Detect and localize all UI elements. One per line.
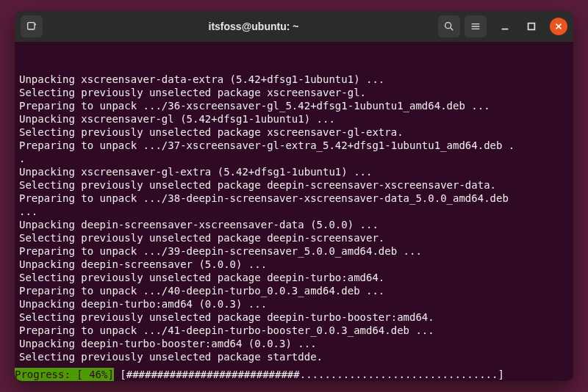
apt-progress-row: Progress: [ 46%] [######################… <box>15 368 573 381</box>
close-icon <box>553 21 564 32</box>
terminal-line: Unpacking deepin-turbo-booster:amd64 (0.… <box>19 337 569 350</box>
window-title: itsfoss@ubuntu: ~ <box>101 21 406 32</box>
terminal-line: Selecting previously unselected package … <box>19 178 569 192</box>
apt-progress-label: Progress: [ 46%] <box>15 368 114 381</box>
search-icon <box>443 21 455 32</box>
maximize-button[interactable] <box>523 18 539 35</box>
terminal-line: Unpacking xscreensaver-gl (5.42+dfsg1-1u… <box>19 112 569 126</box>
terminal-line: Unpacking xscreensaver-gl-extra (5.42+df… <box>19 165 569 178</box>
search-button[interactable] <box>438 15 460 37</box>
minimize-button[interactable] <box>497 18 513 35</box>
titlebar: itsfoss@ubuntu: ~ <box>15 11 573 42</box>
terminal-line: Unpacking deepin-screensaver (5.0.0) ... <box>19 258 569 271</box>
terminal-line: Selecting previously unselected package … <box>19 86 569 99</box>
terminal-line: Selecting previously unselected package … <box>19 126 569 139</box>
terminal-line: Preparing to unpack .../36-xscreensaver-… <box>19 99 569 112</box>
terminal-line: Preparing to unpack .../40-deepin-turbo_… <box>19 284 569 297</box>
apt-progress-bar: [############################...........… <box>114 369 510 380</box>
close-button[interactable] <box>550 18 567 35</box>
terminal-line: Unpacking xscreensaver-data-extra (5.42+… <box>19 73 569 86</box>
new-tab-icon <box>26 21 37 32</box>
terminal-body[interactable]: Unpacking xscreensaver-data-extra (5.42+… <box>15 42 573 381</box>
terminal-line: Selecting previously unselected package … <box>19 231 569 244</box>
menu-button[interactable] <box>465 15 487 37</box>
terminal-output: Unpacking xscreensaver-data-extra (5.42+… <box>19 73 569 363</box>
terminal-line: Unpacking deepin-screensaver-xscreensave… <box>19 218 569 231</box>
terminal-line: ... <box>19 205 569 218</box>
terminal-line: . <box>19 152 569 165</box>
terminal-line: Unpacking deepin-turbo:amd64 (0.0.3) ... <box>19 297 569 311</box>
terminal-line: Selecting previously unselected package … <box>19 350 569 363</box>
new-tab-button[interactable] <box>21 15 43 37</box>
terminal-line: Preparing to unpack .../39-deepin-screen… <box>19 244 569 258</box>
svg-rect-0 <box>28 23 35 29</box>
minimize-icon <box>500 21 510 32</box>
hamburger-icon <box>470 21 481 32</box>
svg-line-2 <box>451 28 453 30</box>
svg-point-1 <box>445 23 451 29</box>
terminal-line: Preparing to unpack .../41-deepin-turbo-… <box>19 324 569 337</box>
terminal-line: Selecting previously unselected package … <box>19 311 569 324</box>
terminal-line: Preparing to unpack .../38-deepin-screen… <box>19 192 569 205</box>
terminal-window: itsfoss@ubuntu: ~ <box>15 11 573 381</box>
svg-rect-7 <box>528 23 535 30</box>
maximize-icon <box>526 21 537 32</box>
terminal-line: Selecting previously unselected package … <box>19 271 569 284</box>
terminal-line: Preparing to unpack .../37-xscreensaver-… <box>19 139 569 152</box>
